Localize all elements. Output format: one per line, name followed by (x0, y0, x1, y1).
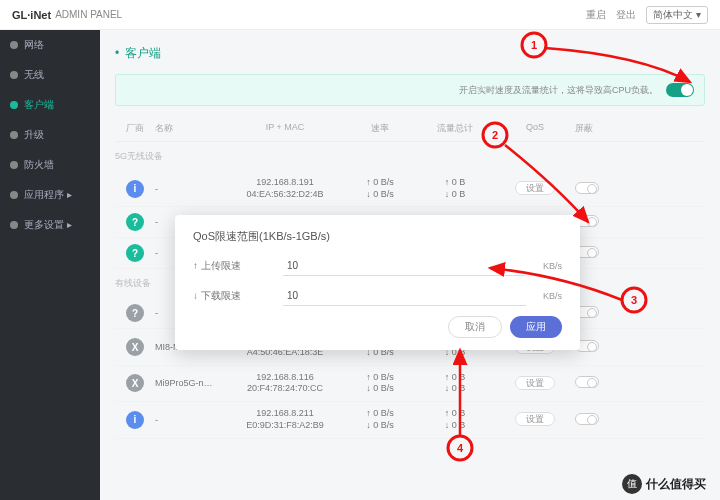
qos-button[interactable]: 设置 (515, 181, 555, 195)
language-select[interactable]: 简体中文 ▾ (646, 6, 708, 24)
header: GL·iNet ADMIN PANEL 重启 登出 简体中文 ▾ (0, 0, 720, 30)
sidebar-item-more[interactable]: 更多设置 ▸ (0, 210, 100, 240)
cpu-notice: 开启实时速度及流量统计，这将导致高CPU负载。 (115, 74, 705, 106)
speed: ↑ 0 B/s↓ 0 B/s (345, 408, 415, 431)
vendor-badge: X (126, 374, 144, 392)
upload-input[interactable] (283, 256, 526, 276)
grid-icon (10, 191, 18, 199)
watermark-icon: 值 (622, 474, 642, 494)
logout-link[interactable]: 登出 (616, 8, 636, 22)
user-icon (10, 101, 18, 109)
ip-mac: 192.168.8.19104:EA:56:32:D2:4B (225, 177, 345, 200)
table-header: 厂商 名称 IP + MAC 速率 流量总计 QoS 屏蔽 (115, 116, 705, 142)
cancel-button[interactable]: 取消 (448, 316, 502, 338)
brand: GL·iNet (12, 9, 51, 21)
gear-icon (10, 131, 18, 139)
vendor-badge: ? (126, 304, 144, 322)
sidebar-item-wireless[interactable]: 无线 (0, 60, 100, 90)
download-input[interactable] (283, 286, 526, 306)
stats-toggle[interactable] (666, 83, 694, 97)
sidebar-item-clients[interactable]: 客户端 (0, 90, 100, 120)
vendor-badge: ? (126, 213, 144, 231)
speed: ↑ 0 B/s↓ 0 B/s (345, 177, 415, 200)
sidebar-item-upgrade[interactable]: 升级 (0, 120, 100, 150)
sidebar-item-firewall[interactable]: 防火墙 (0, 150, 100, 180)
plus-icon (10, 221, 18, 229)
ip-mac: 192.168.8.211E0:9D:31:F8:A2:B9 (225, 408, 345, 431)
modal-title: QoS限速范围(1KB/s-1GB/s) (193, 229, 562, 244)
device-name: - (155, 415, 225, 425)
sidebar: 网络 无线 客户端 升级 防火墙 应用程序 ▸ 更多设置 ▸ (0, 30, 100, 500)
reboot-link[interactable]: 重启 (586, 8, 606, 22)
qos-button[interactable]: 设置 (515, 412, 555, 426)
upload-label: ↑ 上传限速 (193, 259, 283, 273)
page-title: 客户端 (115, 45, 705, 62)
watermark: 值 什么值得买 (622, 474, 706, 494)
table-row: X Mi9Pro5G-n… 192.168.8.11620:F4:78:24:7… (115, 366, 705, 402)
vendor-badge: i (126, 411, 144, 429)
apply-button[interactable]: 应用 (510, 316, 562, 338)
block-toggle[interactable] (575, 182, 599, 194)
shield-icon (10, 161, 18, 169)
sidebar-item-network[interactable]: 网络 (0, 30, 100, 60)
panel-label: ADMIN PANEL (55, 9, 122, 20)
speed: ↑ 0 B/s↓ 0 B/s (345, 372, 415, 395)
traffic: ↑ 0 B↓ 0 B (415, 372, 495, 395)
block-toggle[interactable] (575, 413, 599, 425)
sidebar-item-apps[interactable]: 应用程序 ▸ (0, 180, 100, 210)
download-label: ↓ 下载限速 (193, 289, 283, 303)
traffic: ↑ 0 B↓ 0 B (415, 408, 495, 431)
vendor-badge: ? (126, 244, 144, 262)
block-toggle[interactable] (575, 376, 599, 388)
table-row: i - 192.168.8.19104:EA:56:32:D2:4B ↑ 0 B… (115, 171, 705, 207)
wifi-icon (10, 71, 18, 79)
group-5g: 5G无线设备 (115, 142, 705, 171)
ip-mac: 192.168.8.11620:F4:78:24:70:CC (225, 372, 345, 395)
device-name: - (155, 184, 225, 194)
vendor-badge: i (126, 180, 144, 198)
qos-button[interactable]: 设置 (515, 376, 555, 390)
vendor-badge: X (126, 338, 144, 356)
notice-text: 开启实时速度及流量统计，这将导致高CPU负载。 (126, 84, 666, 97)
device-name: Mi9Pro5G-n… (155, 378, 225, 388)
globe-icon (10, 41, 18, 49)
table-row: i - 192.168.8.211E0:9D:31:F8:A2:B9 ↑ 0 B… (115, 402, 705, 438)
traffic: ↑ 0 B↓ 0 B (415, 177, 495, 200)
qos-modal: QoS限速范围(1KB/s-1GB/s) ↑ 上传限速 KB/s ↓ 下载限速 … (175, 215, 580, 350)
